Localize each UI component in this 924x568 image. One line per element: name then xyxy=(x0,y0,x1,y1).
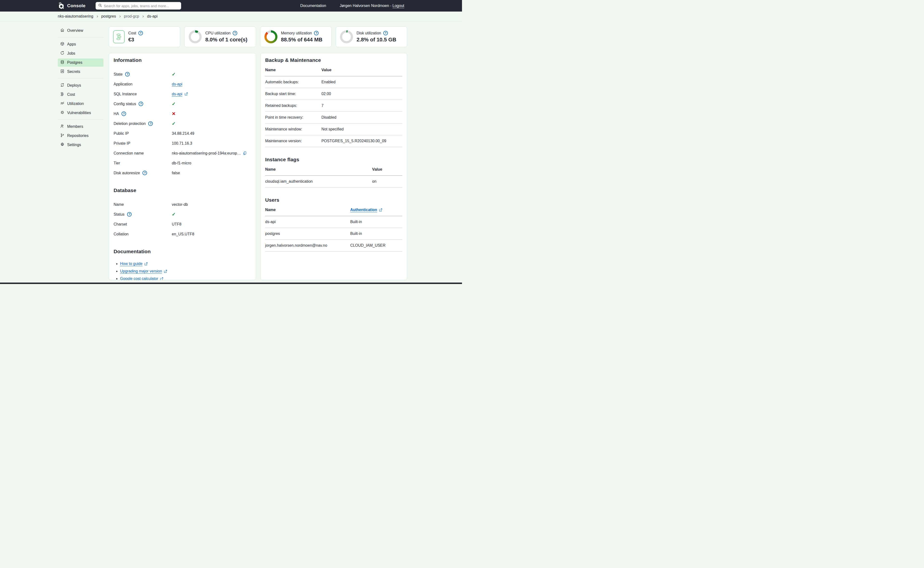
private-ip-value: 100.71.16.3 xyxy=(172,141,192,146)
breadcrumb-item-team[interactable]: nks-aiautomatisering xyxy=(58,14,93,18)
information-panel: Information State? ✓ Application ds-api … xyxy=(109,53,256,280)
virus-icon xyxy=(60,110,65,116)
db-row-status: Status? ✓ xyxy=(113,209,251,219)
external-link-icon[interactable] xyxy=(184,92,188,96)
sidebar-label: Secrets xyxy=(67,69,80,74)
git-branch-icon xyxy=(60,133,65,138)
sidebar-item-apps[interactable]: Apps xyxy=(58,40,104,48)
help-icon[interactable]: ? xyxy=(127,212,132,217)
sidebar-label: Utilization xyxy=(67,101,84,106)
google-cost-calculator-link[interactable]: Google cost calculator xyxy=(120,276,163,280)
memory-card: Memory utilization ? 88.5% of 644 MB xyxy=(260,26,332,47)
info-row-state: State? ✓ xyxy=(113,69,251,79)
help-icon[interactable]: ? xyxy=(148,121,153,126)
chevron-right-icon xyxy=(96,15,99,18)
info-row-private-ip: Private IP 100.71.16.3 xyxy=(113,138,251,148)
breadcrumb: nks-aiautomatisering postgres prod-gcp d… xyxy=(58,14,158,18)
table-row: postgresBuilt-in xyxy=(265,228,402,240)
db-row-name: Name vector-db xyxy=(113,199,251,209)
public-ip-value: 34.88.214.49 xyxy=(172,131,194,136)
sql-instance-link[interactable]: ds-api xyxy=(172,92,182,96)
trend-icon xyxy=(60,101,65,106)
instance-flags-table: Name Value cloudsql.iam_authenticationon xyxy=(265,164,402,187)
sidebar-label: Settings xyxy=(67,143,81,147)
stat-cards-row: Cost ? €3 CPU utilization ? 8.0% of 1 co… xyxy=(109,26,407,47)
users-col-authentication: Authentication xyxy=(350,204,402,216)
secret-file-icon xyxy=(60,69,65,74)
doc-link-item: How to guide xyxy=(120,261,251,266)
help-icon[interactable]: ? xyxy=(122,112,126,116)
check-icon: ✓ xyxy=(172,211,176,217)
table-row: Maintenance window:Not specified xyxy=(265,124,402,135)
check-icon: ✓ xyxy=(172,71,176,77)
how-to-guide-link[interactable]: How to guide xyxy=(120,261,148,266)
table-row: Backup start time:02:00 xyxy=(265,88,402,100)
sidebar-item-utilization[interactable]: Utilization xyxy=(58,100,104,108)
help-icon[interactable]: ? xyxy=(139,101,143,106)
external-link-icon xyxy=(160,277,163,280)
sidebar-item-cost[interactable]: Cost xyxy=(58,91,104,99)
help-icon[interactable]: ? xyxy=(233,31,237,35)
backup-title: Backup & Maintenance xyxy=(265,57,402,63)
sidebar-label: Members xyxy=(67,124,83,129)
global-search[interactable] xyxy=(95,2,181,10)
cost-card: Cost ? €3 xyxy=(109,26,180,47)
sidebar-item-postgres[interactable]: Postgres xyxy=(58,59,104,66)
app-title: Console xyxy=(67,3,86,8)
search-input[interactable] xyxy=(104,4,179,8)
instance-flags-title: Instance flags xyxy=(265,157,402,162)
help-icon[interactable]: ? xyxy=(314,31,319,35)
chevron-right-icon xyxy=(142,15,145,18)
info-row-application: Application ds-api xyxy=(113,79,251,89)
sidebar-item-repositories[interactable]: Repositories xyxy=(58,131,104,140)
app-header: Console Documentation Jørgen Halvorsen N… xyxy=(0,0,462,12)
help-icon[interactable]: ? xyxy=(125,72,130,77)
breadcrumb-item-instance[interactable]: ds-api xyxy=(147,14,158,18)
authentication-link[interactable]: Authentication xyxy=(350,208,382,212)
disk-card-label: Disk utilization xyxy=(357,31,381,35)
breadcrumb-item-postgres[interactable]: postgres xyxy=(101,14,116,18)
sidebar: Overview Apps Jobs Postgres Secrets Depl… xyxy=(58,26,104,150)
upgrading-major-version-link[interactable]: Upgrading major version xyxy=(120,269,167,273)
check-icon: ✓ xyxy=(172,121,176,126)
flags-col-value: Value xyxy=(372,164,402,176)
people-icon xyxy=(60,124,65,129)
user-menu: Jørgen Halvorsen Nordmoen - Logout xyxy=(339,4,404,8)
application-link[interactable]: ds-api xyxy=(172,82,182,86)
user-name: Jørgen Halvorsen Nordmoen - xyxy=(339,4,391,8)
sidebar-label: Overview xyxy=(67,29,83,33)
sidebar-label: Apps xyxy=(67,42,76,47)
backup-col-name: Name xyxy=(265,65,321,76)
help-icon[interactable]: ? xyxy=(142,171,147,175)
documentation-nav-link[interactable]: Documentation xyxy=(300,4,326,8)
sidebar-item-deploys[interactable]: Deploys xyxy=(58,82,104,89)
cpu-card-label: CPU utilization xyxy=(205,31,231,35)
gear-icon xyxy=(60,142,65,148)
help-icon[interactable]: ? xyxy=(139,31,143,35)
sidebar-label: Cost xyxy=(67,92,75,97)
help-icon[interactable]: ? xyxy=(383,31,388,35)
sidebar-item-vulnerabilities[interactable]: Vulnerabilities xyxy=(58,109,104,117)
sidebar-item-secrets[interactable]: Secrets xyxy=(58,68,104,76)
cpu-value: 8.0% of 1 core(s) xyxy=(205,36,247,43)
breadcrumb-item-env[interactable]: prod-gcp xyxy=(124,14,139,18)
sidebar-item-overview[interactable]: Overview xyxy=(58,26,104,35)
database-title: Database xyxy=(113,187,251,193)
logout-link[interactable]: Logout xyxy=(392,4,404,8)
sidebar-item-settings[interactable]: Settings xyxy=(58,141,104,149)
brand[interactable]: Console xyxy=(58,2,86,9)
disk-autoresize-value: false xyxy=(172,171,180,175)
nais-logo-icon xyxy=(58,2,64,9)
sidebar-item-members[interactable]: Members xyxy=(58,122,104,131)
table-row: cloudsql.iam_authenticationon xyxy=(265,176,402,187)
info-row-sql-instance: SQL Instance ds-api xyxy=(113,89,251,99)
sidebar-item-jobs[interactable]: Jobs xyxy=(58,49,104,57)
disk-value: 2.8% of 10.5 GB xyxy=(357,36,396,43)
disk-card: Disk utilization ? 2.8% of 10.5 GB xyxy=(336,26,407,47)
memory-card-label: Memory utilization xyxy=(281,31,312,35)
table-row: Point in time recovery:Disabled xyxy=(265,112,402,124)
info-row-disk-autoresize: Disk autoresize? false xyxy=(113,168,251,178)
cpu-card: CPU utilization ? 8.0% of 1 core(s) xyxy=(184,26,256,47)
copy-icon[interactable] xyxy=(243,151,247,155)
table-row: jorgen.halvorsen.nordmoen@nav.noCLOUD_IA… xyxy=(265,240,402,252)
